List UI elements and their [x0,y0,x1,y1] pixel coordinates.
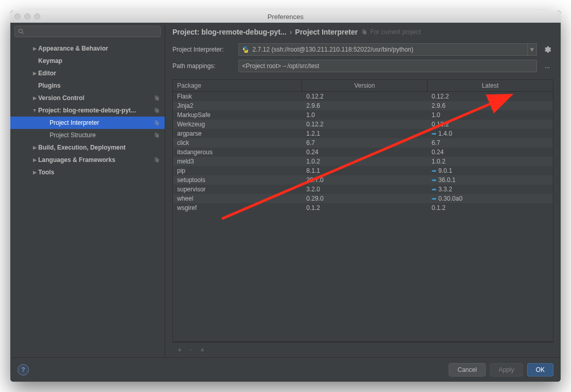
cell-latest: 0.1.2 [427,204,553,211]
breadcrumb-separator: › [290,28,292,36]
sidebar-item-project-blog-remote-debug-pyt[interactable]: ▼Project: blog-remote-debug-pyt... [10,104,165,117]
path-mappings-browse-button[interactable]: ... [541,60,553,72]
sidebar-item-appearance-behavior[interactable]: ▶Appearance & Behavior [10,42,165,55]
header-package[interactable]: Package [173,80,302,91]
breadcrumb-section: Project Interpreter [295,28,358,36]
sidebar-item-label: Languages & Frameworks [38,156,153,164]
sidebar: ▶Appearance & BehaviorKeymap▶EditorPlugi… [10,23,165,357]
table-row[interactable]: wsgiref0.1.20.1.2 [173,203,553,213]
cell-package: pip [173,167,302,174]
table-row[interactable]: Flask0.12.20.12.2 [173,92,553,101]
cell-version: 0.29.0 [302,195,427,202]
sidebar-item-label: Project Structure [50,132,153,139]
copy-icon [361,29,367,35]
cell-latest-value: 1.0 [432,111,440,119]
cell-package: click [173,139,302,146]
cell-version: 2.9.6 [302,102,427,109]
sidebar-item-version-control[interactable]: ▶Version Control [10,92,165,104]
cell-latest: 0.12.2 [427,121,553,128]
cell-latest-value: 1.0.2 [432,158,446,165]
cell-latest-value: 6.7 [432,139,440,146]
table-row[interactable]: wheel0.29.0➡0.30.0a0 [173,194,553,203]
cell-version: 1.2.1 [302,130,427,137]
help-button[interactable]: ? [18,364,29,375]
sidebar-item-label: Appearance & Behavior [38,45,160,52]
table-row[interactable]: supervisor3.2.0➡3.3.2 [173,185,553,194]
cell-latest-value: 2.9.6 [432,102,446,109]
project-scope-icon [153,120,160,126]
apply-button[interactable]: Apply [490,363,523,377]
sidebar-item-label: Keymap [38,57,160,64]
upgrade-package-button[interactable]: ▲ [199,346,205,354]
sidebar-item-label: Plugins [38,82,160,89]
search-icon [18,28,24,35]
cell-latest: ➡3.3.2 [427,186,553,193]
cell-package: supervisor [173,186,302,193]
table-row[interactable]: itsdangerous0.240.24 [173,148,553,157]
interpreter-dropdown[interactable]: 2.7.12 (ssh://root@130.211.210.118:52022… [239,43,537,56]
gear-icon [544,46,551,53]
table-row[interactable]: Jinja22.9.62.9.6 [173,101,553,110]
cell-package: Flask [173,93,302,100]
cell-version: 0.12.2 [302,93,427,100]
table-row[interactable]: setuptools20.7.0➡36.0.1 [173,175,553,185]
sidebar-item-editor[interactable]: ▶Editor [10,67,165,79]
interpreter-settings-button[interactable] [541,43,553,56]
preferences-window: Preferences ▶Appearance & BehaviorKeymap… [10,10,561,382]
search-input[interactable] [26,28,157,35]
sidebar-item-project-structure[interactable]: Project Structure [10,129,165,141]
dialog-footer: ? Cancel Apply OK [10,357,561,382]
cell-version: 0.12.2 [302,121,427,128]
table-row[interactable]: click6.76.7 [173,138,553,148]
sidebar-item-label: Editor [38,70,160,77]
cell-package: argparse [173,130,302,137]
cell-latest-value: 0.12.2 [432,121,449,128]
cell-version: 1.0.2 [302,158,427,165]
cell-latest: 0.12.2 [427,93,553,100]
table-row[interactable]: meld31.0.21.0.2 [173,157,553,166]
table-row[interactable]: MarkupSafe1.01.0 [173,110,553,120]
cell-package: MarkupSafe [173,111,302,119]
path-mappings-value[interactable]: <Project root>→/opt/src/test [239,60,537,72]
add-package-button[interactable]: ＋ [177,346,183,354]
sidebar-item-label: Project: blog-remote-debug-pyt... [38,107,153,114]
update-available-icon: ➡ [432,168,436,174]
sidebar-item-plugins[interactable]: Plugins [10,79,165,92]
table-row[interactable]: pip8.1.1➡9.0.1 [173,166,553,175]
cell-latest-value: 0.12.2 [432,93,449,100]
chevron-right-icon: ▶ [31,46,38,51]
table-row[interactable]: argparse1.2.1➡1.4.0 [173,129,553,138]
remove-package-button[interactable]: － [188,346,194,354]
cancel-button[interactable]: Cancel [449,363,485,377]
project-scope-icon [153,107,160,113]
search-box[interactable] [14,26,161,37]
settings-tree[interactable]: ▶Appearance & BehaviorKeymap▶EditorPlugi… [10,40,165,357]
sidebar-item-tools[interactable]: ▶Tools [10,166,165,178]
table-row[interactable]: Werkzeug0.12.20.12.2 [173,120,553,129]
sidebar-item-keymap[interactable]: Keymap [10,55,165,67]
cell-latest: 0.24 [427,149,553,156]
cell-latest-value: 9.0.1 [438,167,452,174]
cell-package: setuptools [173,176,302,184]
cell-latest-value: 0.1.2 [432,204,446,211]
sidebar-item-languages-frameworks[interactable]: ▶Languages & Frameworks [10,154,165,166]
packages-table-body[interactable]: Flask0.12.20.12.2Jinja22.9.62.9.6MarkupS… [173,92,553,341]
header-latest[interactable]: Latest [427,80,553,91]
cell-package: Jinja2 [173,102,302,109]
sidebar-item-project-interpreter[interactable]: Project Interpreter [10,117,165,129]
cell-version: 8.1.1 [302,167,427,174]
ok-button[interactable]: OK [527,363,553,377]
content-pane: Project: blog-remote-debug-pyt... › Proj… [165,23,561,357]
sidebar-item-build-execution-deployment[interactable]: ▶Build, Execution, Deployment [10,141,165,154]
header-version[interactable]: Version [302,80,427,91]
breadcrumb-badge: For current project [370,28,421,36]
main-split: ▶Appearance & BehaviorKeymap▶EditorPlugi… [10,23,561,357]
path-mappings-row: Path mappings: <Project root>→/opt/src/t… [165,58,561,74]
path-mappings-label: Path mappings: [172,62,234,70]
breadcrumb: Project: blog-remote-debug-pyt... › Proj… [165,23,561,41]
dropdown-caret-icon[interactable]: ▼ [527,44,536,55]
cell-latest: 1.0.2 [427,158,553,165]
titlebar: Preferences [10,10,561,23]
chevron-right-icon: ▶ [31,145,38,150]
cell-version: 20.7.0 [302,176,427,184]
